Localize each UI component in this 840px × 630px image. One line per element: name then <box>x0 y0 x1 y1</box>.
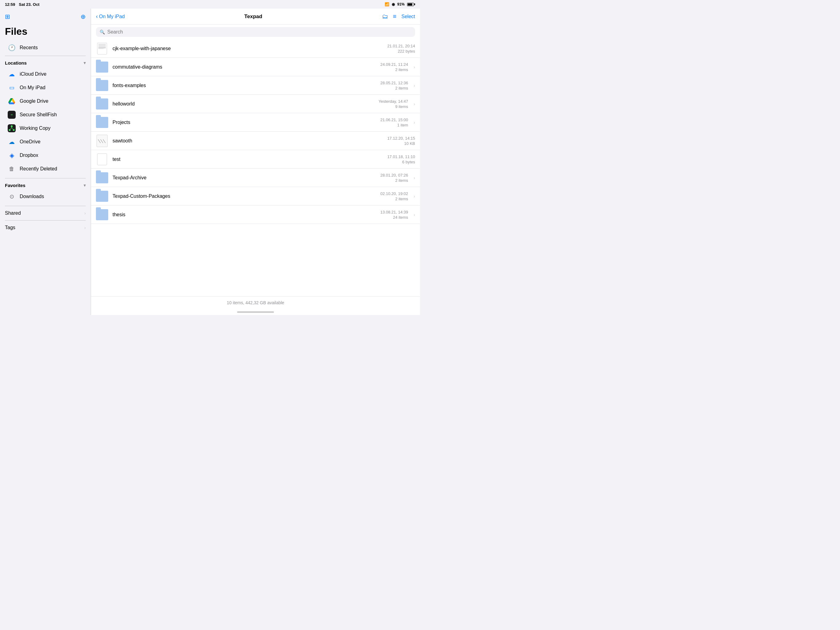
sidebar-item-recents[interactable]: 🕐 Recents <box>1 41 90 54</box>
sidebar-recents-label: Recents <box>20 45 38 51</box>
back-button[interactable]: ‹ On My iPad <box>96 13 125 20</box>
file-date: 21.06.21, 15:00 <box>381 117 408 122</box>
sidebar-toggle-icon[interactable]: ⊞ <box>5 13 10 20</box>
files-app-title: Files <box>0 25 91 41</box>
sidebar-item-recently-deleted[interactable]: 🗑 Recently Deleted <box>1 162 90 176</box>
file-date: 24.09.21, 11:24 <box>381 62 408 67</box>
onedrive-icon: ☁ <box>7 138 16 146</box>
table-row[interactable]: thesis 13.08.21, 14:39 24 items › <box>91 206 420 224</box>
svg-line-6 <box>101 139 103 143</box>
locations-label: Locations <box>5 60 27 65</box>
favorites-header[interactable]: Favorites ▾ <box>0 181 91 190</box>
file-icon <box>96 153 108 166</box>
search-input[interactable] <box>107 29 411 35</box>
file-size: 9 items <box>395 104 408 109</box>
sidebar-shared-row[interactable]: Shared › <box>0 207 91 219</box>
file-name: Texpad-Archive <box>112 175 376 180</box>
working-copy-icon <box>7 124 16 133</box>
folder-icon <box>96 116 108 128</box>
sawtooth-file-icon <box>96 135 108 147</box>
svg-line-4 <box>12 127 13 129</box>
sidebar-item-icloud-drive[interactable]: ☁ iCloud Drive <box>1 67 90 81</box>
chevron-right-icon: › <box>414 120 415 125</box>
file-meta: 28.01.20, 07:26 2 items <box>381 173 408 183</box>
svg-point-1 <box>9 129 11 131</box>
file-name: sawtooth <box>112 138 383 144</box>
file-size: 2 items <box>395 67 408 72</box>
chevron-right-icon: › <box>414 194 415 199</box>
back-chevron-icon: ‹ <box>96 13 98 20</box>
status-time: 12:59 <box>5 2 15 7</box>
file-meta: Yesterday, 14:47 9 items <box>379 99 408 109</box>
table-row[interactable]: Projects 21.06.21, 15:00 1 item › <box>91 113 420 131</box>
table-row[interactable]: sawtooth 17.12.20, 14:15 10 KB <box>91 131 420 150</box>
folder-icon <box>96 61 108 73</box>
google-drive-label: Google Drive <box>20 98 48 104</box>
file-size: 24 items <box>393 215 408 220</box>
file-date: 17.12.20, 14:15 <box>387 136 415 141</box>
table-row[interactable]: Texpad-Archive 28.01.20, 07:26 2 items › <box>91 169 420 187</box>
on-my-ipad-label: On My iPad <box>20 85 46 90</box>
locations-header[interactable]: Locations ▾ <box>0 59 91 67</box>
file-date: 13.08.21, 14:39 <box>381 210 408 214</box>
ipad-icon: ▭ <box>7 83 16 92</box>
folder-icon <box>96 209 108 221</box>
file-name: Texpad-Custom-Packages <box>112 193 376 199</box>
sidebar-item-secure-shellfish[interactable]: ⌨ Secure ShellFish <box>1 108 90 122</box>
table-row[interactable]: commutative-diagrams 24.09.21, 11:24 2 i… <box>91 58 420 76</box>
footer-text: 10 items, 442,32 GB available <box>227 300 284 305</box>
back-label: On My iPad <box>99 14 125 19</box>
sidebar-section-locations: Locations ▾ ☁ iCloud Drive ▭ On My iPad <box>0 57 91 177</box>
working-copy-label: Working Copy <box>20 125 51 131</box>
file-meta: 21.01.21, 20:14 222 bytes <box>387 44 415 54</box>
file-date: 21.01.21, 20:14 <box>387 44 415 48</box>
file-meta: 17.12.20, 14:15 10 KB <box>387 136 415 146</box>
file-date: Yesterday, 14:47 <box>379 99 408 104</box>
svg-point-0 <box>11 125 13 127</box>
search-bar[interactable]: 🔍 <box>96 27 415 37</box>
downloads-label: Downloads <box>20 194 44 199</box>
file-name: thesis <box>112 212 376 217</box>
file-name: commutative-diagrams <box>112 64 376 70</box>
view-toggle-icon[interactable]: ≡ <box>393 13 396 20</box>
select-button[interactable]: Select <box>401 14 415 19</box>
file-size: 10 KB <box>404 141 415 146</box>
secure-shellfish-icon: ⌨ <box>7 111 16 119</box>
file-date: 28.05.21, 12:36 <box>381 81 408 85</box>
search-icon: 🔍 <box>99 30 105 35</box>
app-container: ⊞ ⊕ Files 🕐 Recents Locations ▾ ☁ iCloud… <box>0 9 420 315</box>
sidebar-item-dropbox[interactable]: ◈ Dropbox <box>1 149 90 162</box>
new-folder-icon[interactable]: 🗂 <box>382 13 388 20</box>
sidebar: ⊞ ⊕ Files 🕐 Recents Locations ▾ ☁ iCloud… <box>0 9 91 315</box>
table-row[interactable]: Texpad-Custom-Packages 02.10.20, 19:02 2… <box>91 187 420 206</box>
folder-icon <box>96 98 108 110</box>
sidebar-item-google-drive[interactable]: Google Drive <box>1 95 90 108</box>
sidebar-tags-row[interactable]: Tags › <box>0 222 91 233</box>
chevron-right-icon: › <box>414 83 415 88</box>
table-row[interactable]: fonts-examples 28.05.21, 12:36 2 items › <box>91 76 420 95</box>
sidebar-more-icon[interactable]: ⊕ <box>81 13 86 20</box>
tags-chevron: › <box>84 225 86 230</box>
home-indicator <box>91 309 420 315</box>
trash-icon: 🗑 <box>7 165 16 173</box>
table-row[interactable]: cjk-example-with-japanese 21.01.21, 20:1… <box>91 40 420 58</box>
toolbar-right: 🗂 ≡ Select <box>382 13 415 20</box>
battery-label: 91% <box>397 2 405 6</box>
sidebar-item-on-my-ipad[interactable]: ▭ On My iPad <box>1 81 90 95</box>
sidebar-item-downloads[interactable]: ⊙ Downloads <box>1 190 90 203</box>
recently-deleted-label: Recently Deleted <box>20 166 57 172</box>
favorites-chevron: ▾ <box>84 183 86 188</box>
file-size: 2 items <box>395 178 408 183</box>
sidebar-item-onedrive[interactable]: ☁ OneDrive <box>1 135 90 149</box>
google-drive-icon <box>7 97 16 106</box>
sidebar-item-working-copy[interactable]: Working Copy <box>1 122 90 135</box>
wifi-icon: 📶 <box>385 2 389 6</box>
sidebar-divider-2 <box>5 178 86 179</box>
status-right: 📶 ◉ 91% <box>385 2 415 6</box>
file-name: Projects <box>112 120 376 125</box>
file-name: fonts-examples <box>112 83 376 88</box>
table-row[interactable]: test 17.01.18, 11:10 6 bytes <box>91 150 420 169</box>
icloud-icon: ☁ <box>7 70 16 78</box>
table-row[interactable]: helloworld Yesterday, 14:47 9 items › <box>91 95 420 113</box>
tags-label: Tags <box>5 225 15 230</box>
